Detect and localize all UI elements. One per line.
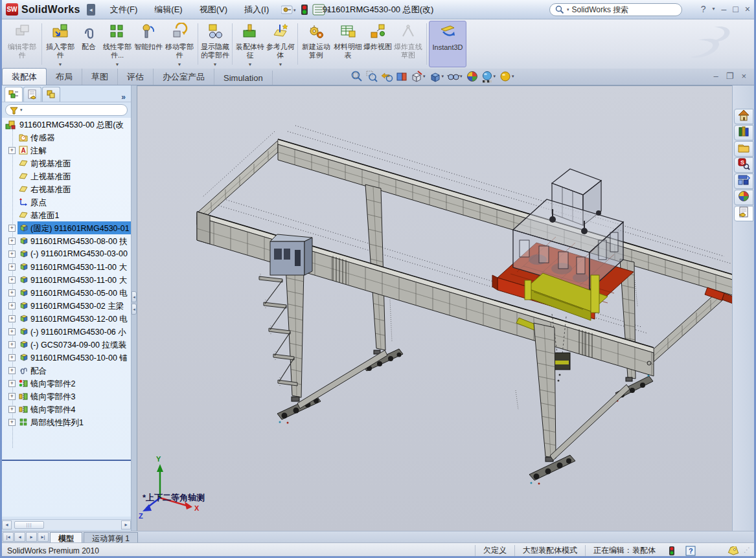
tree-split-divider[interactable] (2, 460, 131, 461)
expand-icon[interactable]: + (8, 367, 16, 374)
mate-button[interactable]: 配合 (76, 21, 101, 67)
dropdown-arrow-icon[interactable]: ▼ (115, 62, 120, 67)
taskpane-tab-appearances-scenes[interactable] (734, 190, 753, 205)
expand-icon[interactable]: + (8, 406, 16, 413)
tree-item[interactable]: 右视基准面 (2, 183, 131, 195)
tree-item[interactable]: +镜向零部件3 (2, 390, 131, 403)
expand-icon[interactable]: + (8, 315, 16, 322)
doc-minimize-button[interactable]: – (714, 71, 718, 81)
previous-view-icon[interactable] (380, 70, 393, 83)
doc-close-button[interactable]: × (741, 71, 746, 81)
edit-appearance-icon[interactable] (466, 70, 479, 83)
tree-item-label[interactable]: 右视基准面 (30, 184, 71, 195)
tree-item-label[interactable]: 911601RMG4530-11-00 大 (30, 262, 127, 273)
tree-item[interactable]: 原点 (2, 195, 131, 208)
view-orientation-icon[interactable]: ▾ (410, 70, 427, 83)
scrollbar-thumb[interactable]: ||| (14, 521, 44, 529)
menu-编辑(E)[interactable]: 编辑(E) (146, 1, 190, 18)
tree-item[interactable]: +911601RMG4530-11-00 大 (2, 273, 131, 286)
expand-icon[interactable]: + (8, 354, 16, 361)
panel-splitter[interactable]: ◂ ◂ (132, 85, 137, 531)
command-tab-装配体[interactable]: 装配体 (2, 68, 47, 85)
status-tag-icon[interactable] (727, 546, 739, 555)
tree-item-label[interactable]: 原点 (30, 197, 47, 208)
command-tab-评估[interactable]: 评估 (118, 69, 154, 85)
tree-item-label[interactable]: 911601RMG4530-02 主梁 (30, 301, 124, 312)
tree-item[interactable]: 911601RMG4530-00 总图(改 (2, 118, 131, 131)
exploded-view-button[interactable]: 爆炸视图 (363, 21, 392, 67)
tree-item-label[interactable]: 局部线性阵列1 (30, 418, 84, 429)
tree-item-label[interactable]: 注解 (30, 146, 47, 157)
tab-last-icon[interactable]: ▸| (38, 532, 49, 542)
menu-视图(V)[interactable]: 视图(V) (191, 1, 236, 18)
menu-pin-icon[interactable]: ▾ (281, 5, 297, 15)
expand-icon[interactable]: + (8, 328, 16, 335)
expand-icon[interactable]: + (8, 341, 16, 348)
reference-geometry-button[interactable]: 参考几何体▼ (266, 21, 295, 67)
tree-item[interactable]: +(固定) 911601RMG4530-01 (2, 221, 131, 234)
tree-item-label[interactable]: 前视基准面 (30, 159, 71, 170)
resize-grip[interactable]: ⋰ (744, 546, 753, 555)
tree-item-label[interactable]: (-) 911601RMG4530-03-00 (30, 249, 128, 258)
search-dropdown-arrow-icon[interactable]: ▾ (567, 7, 569, 12)
section-view-icon[interactable] (395, 70, 408, 83)
tree-item-label[interactable]: 911601RMG4530-05-00 电 (30, 288, 128, 299)
panel-horizontal-scrollbar[interactable]: ◂ ||| ▸ (2, 519, 131, 530)
display-style-icon[interactable]: ▾ (429, 70, 446, 83)
macro-traffic-light-icon[interactable] (301, 4, 308, 16)
dropdown-arrow-icon[interactable]: ▼ (248, 62, 253, 67)
tree-item[interactable]: +911601RMG4530-08-00 扶 (2, 234, 131, 247)
instant3d-button[interactable]: Instant3D (429, 21, 466, 67)
scroll-right-icon[interactable]: ▸ (121, 520, 131, 530)
tree-item[interactable]: 传感器 (2, 131, 131, 144)
tab-first-icon[interactable]: |◂ (3, 532, 14, 542)
tree-item[interactable]: +配合 (2, 364, 131, 377)
zoom-area-icon[interactable] (365, 70, 378, 83)
dropdown-arrow-icon[interactable]: ▼ (178, 62, 182, 67)
tree-item[interactable]: +(-) 911601RMG4530-06 小 (2, 325, 131, 338)
minimize-button[interactable]: – (722, 3, 727, 16)
tree-item-label[interactable]: 911601RMG4530-08-00 扶 (30, 236, 128, 247)
linear-pattern-button[interactable]: 线性零部件...▼ (101, 21, 133, 67)
tree-item[interactable]: +A注解 (2, 144, 131, 157)
tree-item[interactable]: +911601RMG4530-10-00 锚 (2, 351, 131, 364)
tree-item[interactable]: 上视基准面 (2, 170, 131, 183)
maximize-button[interactable]: □ (733, 3, 738, 16)
tree-item[interactable]: +911601RMG4530-11-00 大 (2, 260, 131, 273)
tree-item[interactable]: +911601RMG4530-12-00 电 (2, 312, 131, 325)
help-button[interactable]: ? (701, 3, 706, 16)
document-tab-模型[interactable]: 模型 (50, 532, 82, 542)
expand-icon[interactable]: + (8, 380, 16, 387)
splitter-collapse-icon[interactable]: ◂ (132, 291, 137, 302)
taskpane-tab-view-palette[interactable] (734, 173, 753, 189)
expand-icon[interactable]: + (8, 393, 16, 400)
graphics-viewport[interactable]: Y X Z *上下二等角轴测 (137, 85, 736, 531)
dropdown-arrow-icon[interactable]: ▼ (279, 62, 283, 67)
search-input[interactable]: SolidWorks 搜索 (572, 5, 629, 16)
taskpane-tab-solidworks-search[interactable]: S (734, 157, 753, 173)
tree-item[interactable]: +(-) 911601RMG4530-03-00 (2, 247, 131, 260)
help-dropdown-arrow-icon[interactable]: ▾ (713, 3, 715, 16)
expand-icon[interactable]: + (8, 147, 16, 154)
expand-icon[interactable]: + (8, 419, 16, 426)
expand-icon[interactable]: + (8, 251, 16, 258)
tree-item-label[interactable]: 镜向零部件3 (30, 392, 75, 403)
command-tab-Simulation[interactable]: Simulation (214, 71, 273, 85)
document-tab-运动算例 1[interactable]: 运动算例 1 (84, 532, 138, 542)
taskpane-tab-design-library[interactable] (734, 125, 753, 140)
tree-item-label[interactable]: 911601RMG4530-11-00 大 (30, 275, 127, 286)
taskpane-tab-solidworks-resources[interactable] (734, 109, 753, 124)
menu-文件(F)[interactable]: 文件(F) (102, 1, 146, 18)
tree-item-label[interactable]: 911601RMG4530-10-00 锚 (30, 353, 128, 364)
search-box[interactable]: ▾ SolidWorks 搜索 (549, 3, 682, 16)
zoom-fit-icon[interactable] (350, 70, 363, 83)
command-tab-草图[interactable]: 草图 (82, 69, 118, 85)
scroll-left-icon[interactable]: ◂ (2, 520, 12, 530)
insert-component-button[interactable]: 插入零部件▼ (44, 21, 76, 67)
tree-item-label[interactable]: 传感器 (30, 133, 55, 144)
command-tab-办公室产品[interactable]: 办公室产品 (154, 69, 214, 85)
tree-item[interactable]: +镜向零部件4 (2, 403, 131, 416)
tree-item-label[interactable]: 911601RMG4530-12-00 电 (30, 314, 128, 325)
apply-scene-icon[interactable]: ▾ (481, 70, 498, 83)
menu-collapse-arrow-icon[interactable]: ◂ (87, 4, 95, 16)
